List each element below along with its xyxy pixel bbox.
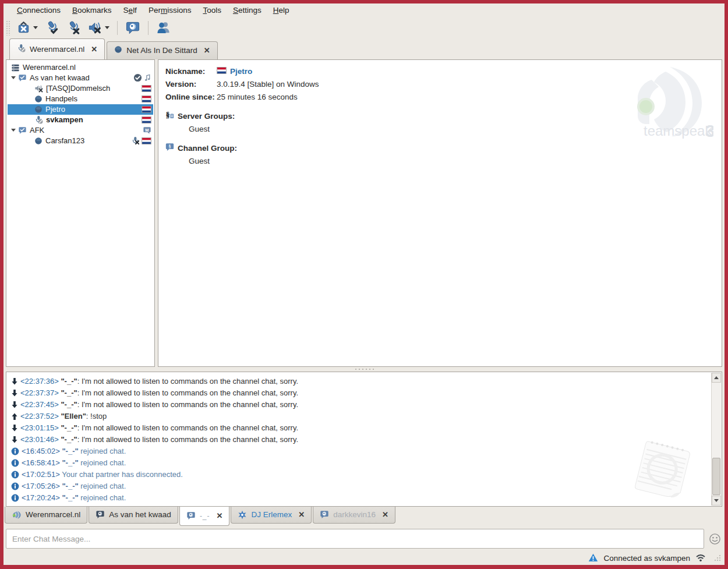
message-timestamp: <16:45:02> — [22, 447, 60, 455]
message-timestamp: <16:58:41> — [22, 458, 60, 467]
flag-nl-icon — [142, 85, 151, 92]
close-tab-icon[interactable]: ✕ — [91, 45, 97, 54]
chat-tab[interactable]: darkkevin16✕ — [313, 507, 395, 524]
chat-tab[interactable]: DJ Erlemex✕ — [231, 507, 312, 524]
tree-client-row[interactable]: svkampen — [8, 115, 153, 125]
message-timestamp: <22:37:45> — [20, 400, 59, 409]
warning-icon[interactable] — [588, 553, 598, 564]
chat-message: <16:45:02> "-_-" rejoined chat. — [11, 446, 706, 457]
server-icon — [11, 63, 20, 72]
close-tab-icon[interactable]: ✕ — [217, 511, 223, 520]
tree-client-row[interactable]: Carsfan123 — [8, 136, 153, 146]
close-tab-icon[interactable]: ✕ — [204, 46, 210, 55]
tree-row-label: Werenmarcel.nl — [23, 63, 76, 72]
menu-permissions[interactable]: Permissions — [143, 4, 197, 16]
tree-channel-row[interactable]: As van het kwaad — [8, 73, 153, 83]
resize-grip[interactable] — [713, 554, 721, 563]
chat-tab[interactable]: Werenmarcel.nl — [5, 507, 87, 524]
menu-self[interactable]: Self — [118, 4, 142, 16]
server-tab-label: Werenmarcel.nl — [30, 45, 84, 54]
server-tab[interactable]: Werenmarcel.nl✕ — [9, 38, 105, 59]
toolbar-separator — [148, 21, 149, 35]
message-text: rejoined chat. — [80, 447, 126, 455]
chat-message: <23:01:15> "-_-": I'm not allowed to lis… — [11, 422, 706, 434]
chat-message: <16:58:41> "-_-" rejoined chat. — [11, 457, 706, 469]
server-groups-icon: §§ — [165, 110, 174, 123]
flag-nl-icon — [217, 66, 227, 77]
star-chat-icon — [238, 510, 247, 519]
chat-status-button[interactable] — [123, 18, 143, 37]
close-tab-icon[interactable]: ✕ — [382, 510, 388, 519]
message-nickname: "-_-" — [61, 423, 77, 432]
server-tab[interactable]: Net Als In De Sittard✕ — [107, 41, 217, 59]
message-timestamp: <17:02:51> — [22, 470, 60, 479]
mute-speakers-button[interactable] — [86, 18, 112, 37]
tree-row-label: AFK — [30, 126, 44, 135]
message-timestamp: <22:37:36> — [20, 377, 59, 386]
chat-tab[interactable]: -_-✕ — [179, 507, 230, 526]
menu-settings[interactable]: Settings — [228, 4, 267, 16]
tree-row-label: Carsfan123 — [45, 136, 84, 145]
channel-chat-icon — [96, 510, 105, 519]
chat-bubble-icon — [125, 20, 140, 35]
tree-server-row[interactable]: Werenmarcel.nl — [8, 62, 153, 73]
toolbar-separator — [117, 21, 118, 35]
horizontal-splitter[interactable] — [3, 367, 725, 372]
server-tab-label: Net Als In De Sittard — [126, 46, 197, 55]
group-label: Server Groups: — [178, 111, 235, 122]
chat-tab-label: DJ Erlemex — [251, 510, 292, 519]
info-field-label: Version: — [165, 79, 217, 90]
chat-message-input[interactable] — [6, 529, 704, 549]
info-group: §Channel Group:Guest — [165, 143, 715, 168]
chat-tab-bar: Werenmarcel.nlAs van het kwaad-_-✕DJ Erl… — [3, 507, 725, 526]
menu-tools[interactable]: Tools — [197, 4, 227, 16]
channel-icon — [18, 74, 27, 82]
message-text: rejoined chat. — [80, 493, 126, 502]
signal-strength-icon[interactable] — [695, 553, 706, 564]
chat-log-wrap: <22:37:36> "-_-": I'm not allowed to lis… — [3, 372, 725, 507]
tree-client-row[interactable]: Pjetro — [8, 104, 153, 115]
toolbar-drag-handle[interactable] — [6, 20, 10, 36]
svg-text:§: § — [165, 110, 169, 119]
tree-channel-row[interactable]: AFKM — [8, 125, 153, 136]
chat-message: <17:02:51> Your chat partner has disconn… — [11, 469, 706, 480]
message-text: rejoined chat. — [80, 458, 126, 467]
message-nickname: "-_-" — [61, 400, 77, 409]
info-field-label: Online since: — [165, 91, 217, 103]
info-field: Online since:25 minutes 16 seconds — [165, 91, 715, 103]
flag-nl-icon — [142, 116, 151, 123]
mic-check-icon — [45, 20, 59, 35]
message-nickname: "-_-" — [61, 435, 77, 444]
channel-group-icon: § — [165, 143, 174, 155]
arrow-up-icon — [11, 412, 18, 420]
close-tab-icon[interactable]: ✕ — [298, 510, 305, 519]
player-icon — [34, 95, 43, 103]
check-circle-icon — [133, 73, 142, 82]
expand-arrow-icon[interactable] — [11, 129, 16, 132]
private-chat-icon — [186, 511, 196, 520]
connect-button[interactable] — [14, 18, 40, 37]
tree-client-row[interactable]: Handpels — [8, 94, 153, 104]
contacts-button[interactable] — [154, 18, 174, 37]
group-value: Guest — [189, 155, 715, 168]
expand-arrow-icon[interactable] — [11, 76, 16, 79]
tree-row-label: Handpels — [45, 94, 77, 103]
dropdown-caret-icon[interactable] — [105, 26, 109, 29]
ts-logo-icon — [12, 510, 22, 519]
mic-activate-button[interactable] — [43, 18, 62, 37]
menu-help[interactable]: Help — [268, 4, 295, 16]
emoticon-button[interactable] — [709, 533, 721, 545]
dropdown-caret-icon[interactable] — [33, 26, 38, 29]
speaker-x-icon — [88, 20, 103, 35]
scroll-down-button[interactable] — [712, 496, 721, 506]
chat-scrollbar[interactable] — [711, 373, 721, 506]
message-timestamp: <22:37:37> — [20, 388, 59, 397]
scrollbar-thumb[interactable] — [712, 458, 720, 495]
chat-tab[interactable]: As van het kwaad — [89, 507, 178, 524]
menu-bookmarks[interactable]: Bookmarks — [67, 4, 117, 16]
scroll-up-button[interactable] — [712, 373, 721, 383]
private-chat-icon — [320, 510, 329, 519]
mute-microphone-button[interactable] — [64, 18, 83, 37]
menu-connections[interactable]: Connections — [12, 4, 66, 16]
tree-client-row[interactable]: [TASQ]Dommelsch — [8, 83, 153, 94]
